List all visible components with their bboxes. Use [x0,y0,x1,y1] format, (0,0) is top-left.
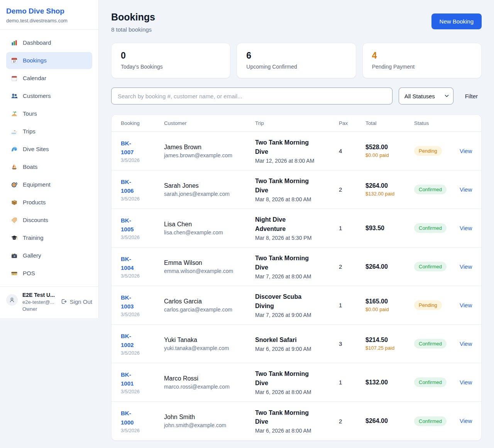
booking-date: 3/5/2026 [121,389,164,394]
sidebar-item-label: Bookings [23,56,47,65]
booking-id-link[interactable]: BK-1003 [121,293,143,311]
new-booking-button[interactable]: New Booking [431,13,482,29]
view-link[interactable]: View [460,263,472,270]
total-cell: $264.00 [365,418,414,424]
customer-name: John Smith [164,414,255,421]
view-link[interactable]: View [460,379,472,386]
paid-amount: $107.25 paid [365,345,398,351]
status-badge: Pending [414,146,442,156]
booking-date: 3/5/2026 [121,158,164,163]
sidebar-item-customers[interactable]: Customers [6,88,92,104]
view-link[interactable]: View [460,186,472,193]
view-link[interactable]: View [460,418,472,424]
column-header-trip: Trip [255,120,339,126]
view-link[interactable]: View [460,302,472,308]
total-bookings-count: 8 total bookings [111,26,155,33]
sidebar-item-discounts[interactable]: Discounts [6,212,92,229]
total-amount: $264.00 [365,263,414,270]
pax-cell: 1 [339,225,365,231]
sidebar-item-equipment[interactable]: Equipment [6,176,92,193]
booking-date: 3/5/2026 [121,235,164,240]
status-badge: Confirmed [414,262,447,271]
view-cell: View [460,379,472,386]
booking-id-link[interactable]: BK-1004 [121,254,143,273]
svg-text:17: 17 [13,60,16,63]
sidebar-item-bookings[interactable]: 17 Bookings [6,52,92,69]
shop-name: Demo Dive Shop [6,7,92,15]
calendar-date-icon: 17 [11,57,18,64]
customer-cell: James Brown james.brown@example.com [164,144,255,158]
customer-cell: Lisa Chen lisa.chen@example.com [164,221,255,236]
trip-cell: Two Tank Morning Dive Mar 12, 2026 at 8:… [255,138,339,163]
filter-button[interactable]: Filter [461,90,482,103]
total-cell: $214.50 $107.25 paid [365,337,414,351]
person-icon [8,296,16,304]
booking-id-link[interactable]: BK-1007 [121,139,143,157]
paid-amount: $132.00 paid [365,191,398,197]
sidebar-item-pos[interactable]: POS [6,265,92,282]
credit-card-icon [11,270,18,277]
table-row: BK-1002 3/5/2026 Yuki Tanaka yuki.tanaka… [112,325,481,363]
sidebar: Demo Dive Shop demo.test.divestreams.com… [0,0,99,318]
sidebar-item-tours[interactable]: Tours [6,105,92,122]
column-header-booking: Booking [121,120,164,126]
trip-name: Two Tank Morning Dive [255,369,318,387]
trip-name: Night Dive Adventure [255,215,318,233]
view-cell: View [460,418,472,424]
sidebar-item-products[interactable]: Products [6,194,92,211]
speedboat-icon [11,128,18,135]
sign-out-label: Sign Out [70,298,92,305]
booking-date: 3/5/2026 [121,273,164,279]
view-cell: View [460,263,472,270]
pax-cell: 3 [339,340,365,347]
status-filter-select[interactable]: All Statuses [399,88,453,104]
view-link[interactable]: View [460,148,472,154]
sidebar-item-boats[interactable]: Boats [6,158,92,175]
booking-date: 3/5/2026 [121,196,164,202]
booking-cell: BK-1007 3/5/2026 [121,139,164,163]
user-role: Owner [22,306,56,312]
sidebar-item-training[interactable]: Training [6,229,92,246]
search-input[interactable] [111,88,392,104]
sidebar-item-trips[interactable]: Trips [6,123,92,140]
page-title-block: Bookings 8 total bookings [111,12,155,33]
total-cell: $528.00 $0.00 paid [365,144,414,158]
sidebar-item-label: Dive Sites [23,145,49,154]
sidebar-item-gallery[interactable]: Gallery [6,247,92,264]
customer-email: john.smith@example.com [164,422,255,428]
avatar [6,294,18,306]
status-filter-wrap: All Statuses [399,88,453,104]
booking-id-link[interactable]: BK-1002 [121,332,143,350]
status-badge: Confirmed [414,223,447,233]
customer-cell: Marco Rossi marco.rossi@example.com [164,375,255,390]
booking-date: 3/5/2026 [121,350,164,356]
trip-name: Two Tank Morning Dive [255,408,318,426]
view-cell: View [460,148,472,155]
total-amount: $132.00 [365,379,414,386]
pax-cell: 1 [339,379,365,386]
view-cell: View [460,340,472,347]
view-link[interactable]: View [460,225,472,231]
diving-mask-icon [11,181,18,188]
booking-id-link[interactable]: BK-1000 [121,409,143,427]
booking-id-link[interactable]: BK-1005 [121,216,143,234]
booking-cell: BK-1006 3/5/2026 [121,177,164,202]
customer-email: sarah.jones@example.com [164,191,255,197]
stat-label: Upcoming Confirmed [246,64,346,70]
sidebar-item-calendar[interactable]: Calendar [6,70,92,87]
stat-card-pending-payment: 4 Pending Payment [362,43,482,78]
view-link[interactable]: View [460,340,472,347]
sidebar-item-label: Boats [23,162,37,172]
spiral-calendar-icon [11,75,18,82]
booking-id-link[interactable]: BK-1006 [121,177,143,195]
sidebar-item-dive-sites[interactable]: Dive Sites [6,141,92,158]
customer-email: carlos.garcia@example.com [164,307,255,313]
status-cell: Pending [414,146,460,156]
booking-cell: BK-1003 3/5/2026 [121,293,164,318]
sign-out-button[interactable]: Sign Out [60,298,92,305]
booking-id-link[interactable]: BK-1001 [121,370,143,388]
sidebar-item-dashboard[interactable]: Dashboard [6,34,92,51]
water-wave-icon [11,146,18,153]
sailboat-icon [11,163,18,170]
customer-cell: John Smith john.smith@example.com [164,414,255,428]
